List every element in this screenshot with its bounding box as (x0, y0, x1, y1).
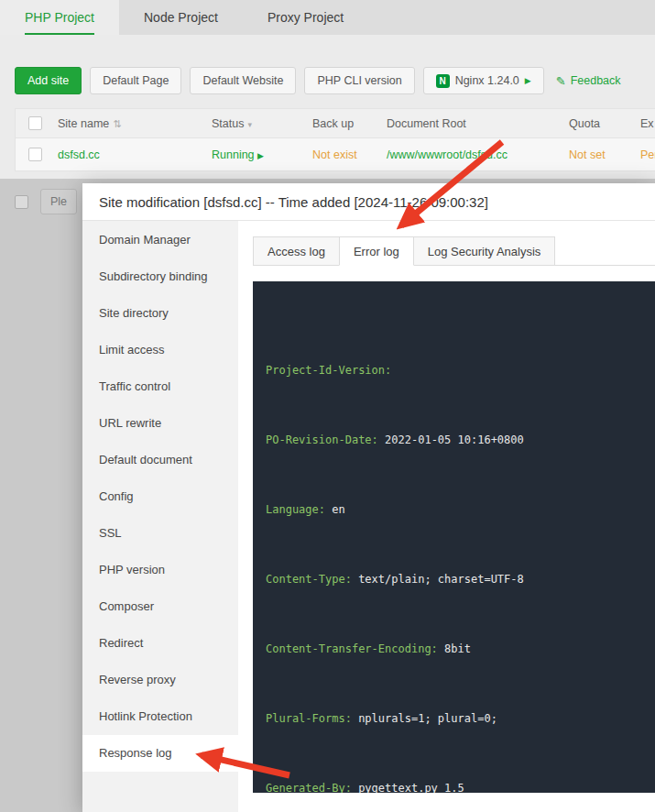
modal-sidebar-item-label: Limit access (99, 343, 165, 357)
col-header-backup: Back up (312, 117, 387, 130)
expire-value[interactable]: Per (640, 148, 655, 161)
console-line: PO-Revision-Date: 2022-01-05 10:16+0800 (266, 432, 642, 449)
log-tab-label: Log Security Analysis (428, 245, 541, 258)
modal-sidebar-item-label: URL rewrite (99, 416, 161, 430)
log-line-key: Generated-By: (266, 782, 352, 793)
sites-table-header: Site name⇅ Status▾ Back up Document Root… (16, 109, 655, 138)
modal-sidebar-item-label: Hotlink Protection (99, 709, 192, 723)
modal-sidebar-item-label: Reverse proxy (99, 673, 176, 686)
modal-sidebar-item[interactable]: SSL (82, 515, 238, 552)
col-header-site-name[interactable]: Site name⇅ (58, 117, 212, 130)
default-website-button[interactable]: Default Website (190, 67, 296, 94)
project-tab-label: Node Project (144, 0, 218, 35)
log-line-value: text/plain; charset=UTF-8 (352, 573, 524, 586)
site-modification-modal: Site modification [dsfsd.cc] -- Time add… (82, 183, 655, 812)
modal-sidebar-item[interactable]: Response log (82, 735, 238, 772)
modal-sidebar-item-label: Subdirectory binding (99, 269, 208, 283)
log-line-value: pygettext.py 1.5 (352, 782, 464, 793)
modal-sidebar-item-label: Response log (99, 746, 172, 760)
select-all-checkbox[interactable] (28, 116, 42, 130)
project-tab-label: PHP Project (25, 0, 94, 35)
modal-sidebar-item[interactable]: Redirect (82, 625, 238, 662)
log-tab[interactable]: Error log (339, 236, 414, 266)
modal-sidebar-item[interactable]: Hotlink Protection (82, 698, 238, 735)
modal-sidebar-item[interactable]: Subdirectory binding (82, 258, 238, 295)
log-line-key: Content-Transfer-Encoding: (266, 642, 438, 655)
log-tab-label: Access log (267, 245, 325, 258)
col-header-document-root: Document Root (387, 117, 569, 130)
log-line-key: PO-Revision-Date: (266, 433, 378, 446)
log-line-value: 8bit (438, 642, 471, 655)
log-line-key: Language: (266, 503, 325, 516)
modal-sidebar-item-label: Traffic control (99, 379, 170, 393)
project-tab[interactable]: Node Project (119, 0, 243, 35)
feedback-link[interactable]: ✎ Feedback (556, 74, 621, 88)
modal-sidebar-item-label: Composer (99, 599, 154, 613)
header-checkbox-cell (16, 116, 58, 130)
modal-sidebar-item[interactable]: Reverse proxy (82, 662, 238, 698)
project-tabs: PHP Project Node Project Proxy Project (0, 0, 655, 35)
row-checkbox[interactable] (28, 148, 42, 161)
modal-content: Access log Error log Log Security Analys… (238, 221, 655, 812)
modal-sidebar-item[interactable]: Config (82, 478, 238, 515)
table-row: dsfsd.cc Running ▶ Not exist /www/wwwroo… (16, 138, 655, 170)
restart-play-icon[interactable]: ▶ (257, 151, 264, 160)
backup-status[interactable]: Not exist (312, 148, 387, 161)
screen: PHP Project Node Project Proxy Project A… (0, 0, 655, 812)
console-line: Generated-By: pygettext.py 1.5 (266, 780, 642, 793)
modal-sidebar-item[interactable]: Site directory (82, 295, 238, 332)
nginx-version-label: Nginx 1.24.0 (455, 74, 519, 87)
modal-sidebar-item[interactable]: URL rewrite (82, 405, 238, 442)
log-line-key: Content-Type: (266, 573, 352, 586)
console-line: Language: en (266, 501, 642, 519)
default-page-button[interactable]: Default Page (90, 67, 181, 94)
filter-caret-icon[interactable]: ▾ (247, 120, 252, 129)
modal-sidebar-item[interactable]: PHP version (82, 552, 238, 588)
console-line: Project-Id-Version: (266, 362, 642, 379)
col-header-status[interactable]: Status▾ (212, 117, 312, 130)
toolbar: Add site Default Page Default Website PH… (15, 67, 621, 94)
modal-sidebar-item[interactable]: Default document (82, 442, 238, 478)
site-name-link[interactable]: dsfsd.cc (58, 148, 212, 161)
add-site-button[interactable]: Add site (15, 67, 82, 94)
log-line-key: Project-Id-Version: (266, 364, 391, 377)
modal-sidebar-item-label: Config (99, 489, 134, 503)
modal-sidebar-item[interactable]: Composer (82, 588, 238, 625)
modal-title: Site modification [dsfsd.cc] -- Time add… (82, 183, 655, 221)
play-icon: ▶ (525, 76, 531, 85)
modal-sidebar-item-label: PHP version (99, 563, 165, 576)
col-header-expire: Ex (640, 117, 655, 130)
console-line: Content-Transfer-Encoding: 8bit (266, 641, 642, 658)
modal-sidebar-item-label: SSL (99, 526, 122, 540)
sort-icon[interactable]: ⇅ (113, 118, 121, 129)
modal-sidebar-item[interactable]: Domain Manager (82, 222, 238, 258)
quota-value[interactable]: Not set (569, 148, 640, 161)
console-line: Plural-Forms: nplurals=1; plural=0; (266, 710, 642, 728)
feedback-pencil-icon: ✎ (556, 74, 566, 88)
log-tab[interactable]: Log Security Analysis (413, 236, 556, 265)
log-tabs: Access log Error log Log Security Analys… (253, 236, 655, 266)
document-root-link[interactable]: /www/wwwroot/dsfsd.cc (387, 148, 569, 161)
console-line: Content-Type: text/plain; charset=UTF-8 (266, 571, 642, 588)
modal-sidebar-item-label: Redirect (99, 636, 143, 650)
modal-sidebar-item-label: Domain Manager (99, 233, 191, 247)
project-tab-label: Proxy Project (267, 0, 344, 35)
modal-sidebar-item-label: Default document (99, 453, 192, 466)
modal-sidebar: Domain Manager Subdirectory binding Site… (82, 221, 238, 812)
log-console[interactable]: Project-Id-Version: PO-Revision-Date: 20… (253, 281, 655, 793)
php-cli-version-button[interactable]: PHP CLI version (304, 67, 414, 94)
nginx-version-button[interactable]: N Nginx 1.24.0 ▶ (423, 67, 544, 94)
modal-body: Domain Manager Subdirectory binding Site… (82, 221, 655, 812)
log-tab[interactable]: Access log (253, 236, 340, 265)
modal-sidebar-item[interactable]: Traffic control (82, 368, 238, 405)
log-tab-label: Error log (354, 245, 399, 258)
project-tab[interactable]: PHP Project (0, 0, 119, 35)
sites-table: Site name⇅ Status▾ Back up Document Root… (15, 108, 655, 171)
site-status[interactable]: Running ▶ (212, 148, 312, 161)
modal-sidebar-item[interactable]: Limit access (82, 332, 238, 368)
log-line-value: 2022-01-05 10:16+0800 (378, 433, 524, 446)
project-tab[interactable]: Proxy Project (243, 0, 368, 35)
feedback-label: Feedback (571, 74, 621, 87)
log-line-value: nplurals=1; plural=0; (352, 712, 497, 725)
col-header-quota: Quota (569, 117, 640, 130)
